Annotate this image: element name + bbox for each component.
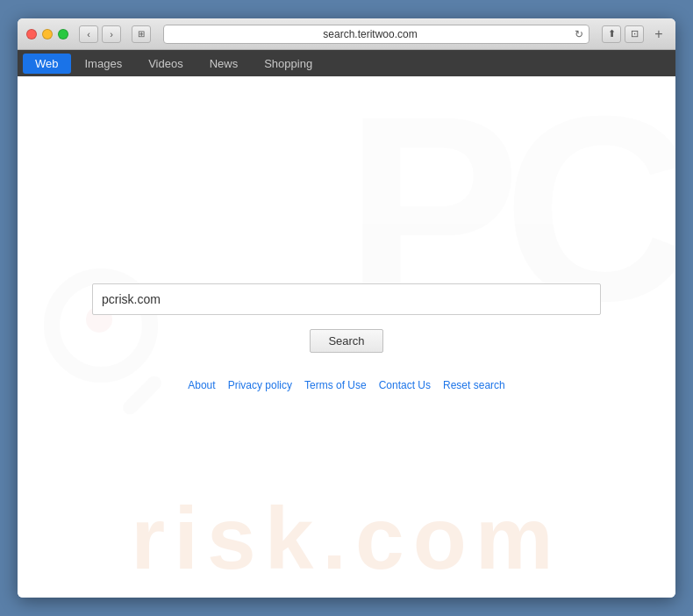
- search-button[interactable]: Search: [310, 329, 382, 353]
- reload-button[interactable]: ↻: [575, 28, 583, 40]
- minimize-button[interactable]: [42, 29, 53, 39]
- risk-watermark: risk.com: [18, 488, 675, 589]
- forward-button[interactable]: ›: [102, 25, 121, 43]
- right-buttons: ⬆ ⊡: [602, 25, 644, 43]
- tab-bar: Web Images Videos News Shopping: [18, 50, 675, 76]
- about-link[interactable]: About: [188, 379, 215, 391]
- back-button[interactable]: ‹: [79, 25, 98, 43]
- search-input[interactable]: [92, 283, 601, 315]
- privacy-policy-link[interactable]: Privacy policy: [228, 379, 292, 391]
- maximize-button[interactable]: [58, 29, 68, 39]
- close-button[interactable]: [26, 29, 37, 39]
- share-button[interactable]: ⬆: [602, 25, 621, 43]
- contact-us-link[interactable]: Contact Us: [379, 379, 431, 391]
- tab-web[interactable]: Web: [23, 54, 71, 74]
- address-bar[interactable]: search.teritwoo.com ↻: [163, 25, 589, 44]
- nav-buttons: ‹ ›: [79, 25, 121, 43]
- tab-videos[interactable]: Videos: [136, 54, 196, 74]
- browser-window: ‹ › ⊞ search.teritwoo.com ↻ ⬆ ⊡ + Web Im…: [18, 18, 675, 598]
- new-tab-button[interactable]: +: [651, 24, 667, 45]
- search-container: Search: [18, 283, 675, 353]
- traffic-lights: [26, 29, 68, 39]
- tab-shopping[interactable]: Shopping: [252, 54, 325, 74]
- main-content: PC risk.com Search About Privacy policy …: [18, 76, 675, 598]
- view-button[interactable]: ⊞: [132, 25, 151, 43]
- tab-news[interactable]: News: [197, 54, 251, 74]
- reset-search-link[interactable]: Reset search: [443, 379, 505, 391]
- terms-of-use-link[interactable]: Terms of Use: [304, 379, 367, 391]
- address-text: search.teritwoo.com: [169, 28, 571, 40]
- fullscreen-button[interactable]: ⊡: [625, 25, 644, 43]
- tab-images[interactable]: Images: [73, 54, 135, 74]
- footer-links: About Privacy policy Terms of Use Contac…: [188, 379, 504, 391]
- title-bar: ‹ › ⊞ search.teritwoo.com ↻ ⬆ ⊡ +: [18, 18, 675, 50]
